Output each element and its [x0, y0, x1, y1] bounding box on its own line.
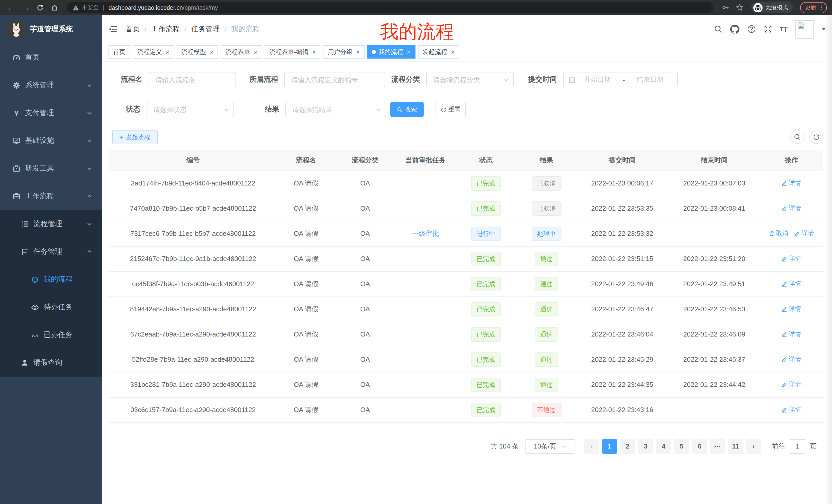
- edit-pen-icon: [782, 306, 787, 312]
- process-definition-input[interactable]: [284, 72, 385, 87]
- detail-button[interactable]: 详情: [782, 179, 801, 188]
- sidebar-item-home[interactable]: 首页: [0, 44, 102, 72]
- tab-close-icon[interactable]: ×: [356, 48, 360, 56]
- page-button-3[interactable]: 3: [638, 439, 653, 453]
- tab-close-icon[interactable]: ×: [254, 48, 257, 56]
- reload-icon[interactable]: [34, 2, 46, 13]
- result-badge: 通过: [535, 377, 558, 392]
- goto-page-input[interactable]: [789, 439, 806, 453]
- edit-pen-icon: [782, 382, 787, 387]
- status-badge: 已完成: [471, 402, 501, 417]
- tab-流程表单[interactable]: 流程表单×: [220, 45, 262, 59]
- detail-button[interactable]: 详情: [782, 380, 801, 389]
- start-process-button[interactable]: + 发起流程: [112, 130, 158, 144]
- page-button-5[interactable]: 5: [674, 439, 689, 453]
- status-badge: 已完成: [471, 176, 501, 190]
- detail-button[interactable]: 详情: [782, 204, 801, 213]
- detail-button[interactable]: 详情: [795, 229, 814, 238]
- page-button-11[interactable]: 11: [728, 439, 743, 453]
- edit-pen-icon: [782, 281, 787, 287]
- result-select[interactable]: [285, 102, 386, 117]
- cell-result: 通过: [517, 271, 576, 297]
- reset-button[interactable]: 重置: [436, 102, 466, 117]
- help-icon[interactable]: [747, 25, 756, 33]
- sidebar-item-infrastructure[interactable]: 基础设施: [0, 127, 102, 155]
- table-row: 3ad174fb-7b9d-11ec-8404-acde48001122OA 请…: [108, 171, 823, 196]
- update-button[interactable]: 更新: [800, 2, 827, 13]
- hamburger-icon[interactable]: [108, 25, 117, 33]
- tab-close-icon[interactable]: ×: [165, 48, 170, 56]
- detail-button[interactable]: 详情: [782, 279, 801, 288]
- sidebar-item-devtools[interactable]: 研发工具: [0, 155, 102, 183]
- sidebar-item-done-tasks[interactable]: 已办任务: [0, 321, 102, 349]
- page-button-2[interactable]: 2: [620, 439, 635, 453]
- page-size-select[interactable]: 10条/页: [525, 439, 575, 453]
- breadcrumb-task-management[interactable]: 任务管理: [191, 24, 220, 34]
- sidebar-item-task-management[interactable]: 任务管理: [0, 238, 102, 265]
- avatar[interactable]: [796, 20, 814, 38]
- page-button-6[interactable]: 6: [692, 439, 707, 453]
- tab-我的流程[interactable]: 我的流程×: [367, 45, 415, 59]
- refresh-table-button[interactable]: [809, 130, 823, 144]
- status-select[interactable]: [147, 102, 234, 117]
- tab-close-icon[interactable]: ×: [407, 48, 411, 56]
- cell-status: 已完成: [455, 347, 517, 372]
- detail-button[interactable]: 详情: [782, 305, 801, 313]
- sidebar-item-my-processes[interactable]: 我的流程: [0, 265, 102, 293]
- sidebar-item-system[interactable]: 系统管理: [0, 72, 102, 99]
- tab-用户分组[interactable]: 用户分组×: [323, 45, 365, 59]
- detail-button[interactable]: 详情: [782, 254, 801, 263]
- browser-menu-dots-icon[interactable]: [821, 5, 822, 10]
- show-search-toggle-button[interactable]: [790, 130, 804, 144]
- tab-流程定义[interactable]: 流程定义×: [133, 45, 174, 59]
- cell-status: 已完成: [455, 196, 517, 221]
- current-task-link[interactable]: 一级审批: [412, 229, 439, 237]
- page-button-1[interactable]: 1: [602, 439, 617, 453]
- address-bar[interactable]: 不安全 dashboard.yudao.iocoder.cn/bpm/task/…: [67, 2, 713, 13]
- prev-page-button[interactable]: ‹: [584, 439, 599, 453]
- date-range-picker[interactable]: 开始日期 - 结束日期: [563, 72, 678, 87]
- search-button[interactable]: 搜索: [390, 102, 424, 117]
- cell-id: 2152467e-7b9b-11ec-9a1b-acde48001122: [108, 246, 278, 271]
- forward-icon[interactable]: →: [20, 2, 32, 13]
- sidebar-item-payment[interactable]: ¥ 支付管理: [0, 99, 102, 127]
- font-size-icon[interactable]: TT: [780, 25, 788, 33]
- sidebar-item-todo-tasks[interactable]: 待办任务: [0, 293, 102, 321]
- tab-流程表单-编辑[interactable]: 流程表单-编辑×: [265, 45, 321, 59]
- filter-row-1: 流程名 所属流程 流程分类 提交: [108, 72, 832, 87]
- breadcrumb-home[interactable]: 首页: [126, 24, 140, 34]
- tab-close-icon[interactable]: ×: [312, 48, 316, 56]
- github-icon[interactable]: [730, 24, 739, 34]
- status-badge: 已完成: [471, 377, 501, 392]
- cell-result: 已取消: [517, 171, 576, 196]
- detail-button[interactable]: 详情: [782, 405, 801, 414]
- cell-process-name: OA 请假: [278, 297, 334, 321]
- cell-submit-time: 2022-01-22 23:53:35: [576, 196, 669, 221]
- sidebar-item-process-management[interactable]: 流程管理: [0, 210, 102, 238]
- process-name-input[interactable]: [149, 72, 236, 87]
- detail-label: 详情: [789, 279, 801, 288]
- detail-button[interactable]: 详情: [782, 355, 801, 364]
- breadcrumb-workflow[interactable]: 工作流程: [151, 24, 180, 34]
- tab-首页[interactable]: 首页: [108, 45, 130, 59]
- tab-close-icon[interactable]: ×: [210, 48, 213, 56]
- sidebar-item-leave-query[interactable]: 请假查询: [0, 349, 102, 376]
- home-icon[interactable]: [48, 2, 61, 13]
- password-key-icon[interactable]: [719, 2, 731, 13]
- cancel-button[interactable]: 取消: [769, 229, 788, 238]
- filter-process-name: 流程名: [121, 72, 236, 87]
- sidebar-item-workflow[interactable]: 工作流程: [0, 183, 102, 210]
- page-button-4[interactable]: 4: [656, 439, 671, 453]
- fullscreen-icon[interactable]: [763, 25, 772, 33]
- next-page-button[interactable]: ›: [746, 439, 761, 453]
- category-select[interactable]: [426, 72, 514, 87]
- search-icon[interactable]: [713, 25, 722, 33]
- bookmark-star-icon[interactable]: [733, 2, 746, 13]
- tab-流程模型[interactable]: 流程模型×: [177, 45, 218, 59]
- page-more-icon[interactable]: •••: [710, 439, 725, 453]
- tab-close-icon[interactable]: ×: [451, 48, 454, 56]
- back-icon[interactable]: ←: [5, 2, 18, 13]
- detail-button[interactable]: 详情: [782, 330, 801, 339]
- tab-发起流程[interactable]: 发起流程×: [418, 45, 459, 59]
- tab-label: 首页: [113, 48, 126, 56]
